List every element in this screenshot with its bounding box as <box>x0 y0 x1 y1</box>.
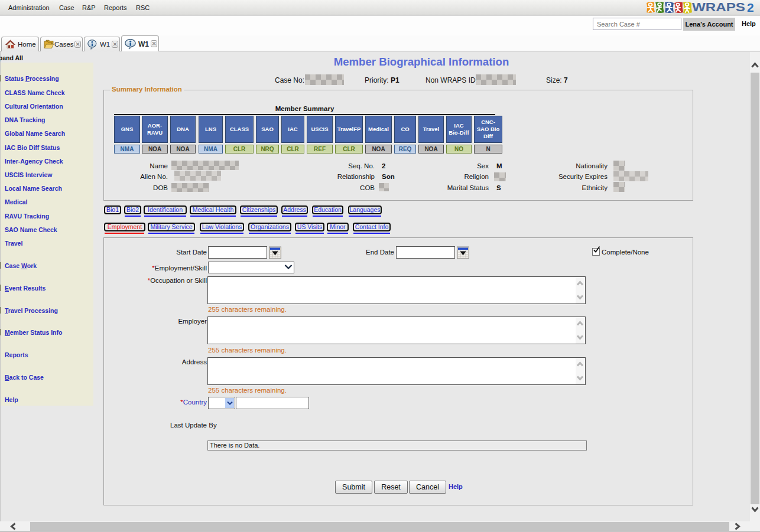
svg-text:WRAPS: WRAPS <box>692 1 745 14</box>
svg-text:2: 2 <box>747 1 754 14</box>
